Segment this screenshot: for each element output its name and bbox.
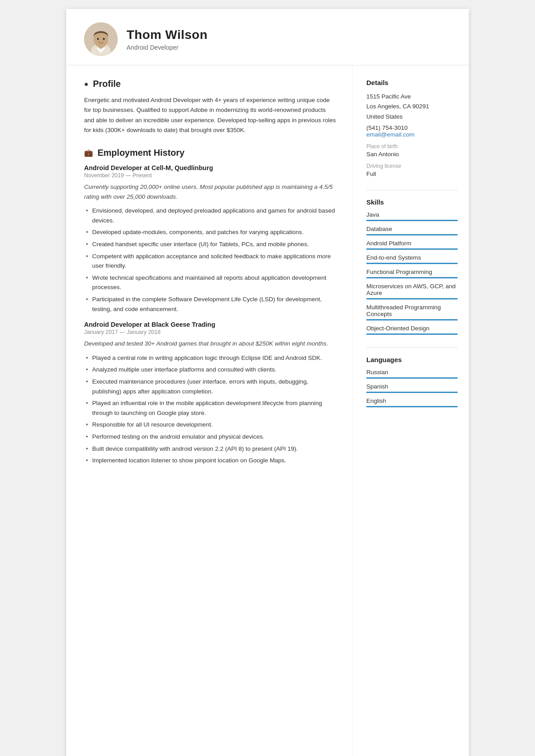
divider-1 — [366, 190, 458, 190]
svg-point-4 — [97, 38, 99, 40]
skill-bar — [366, 220, 458, 221]
skill-name: End-to-end Systems — [366, 254, 458, 261]
language-item: Russian — [366, 369, 458, 379]
skills-list: JavaDatabaseAndroid PlatformEnd-to-end S… — [366, 211, 458, 335]
language-bar — [366, 406, 458, 407]
skill-bar — [366, 234, 458, 235]
skill-name: Database — [366, 226, 458, 232]
languages-section: Languages RussianSpanishEnglish — [366, 356, 458, 407]
language-item: English — [366, 397, 458, 407]
divider-2 — [366, 347, 458, 348]
skill-name: Functional Programming — [366, 269, 458, 275]
skill-name: Multithreaded Programming Concepts — [366, 304, 458, 317]
job-1-bullets: Envisioned, developed, and deployed prel… — [84, 206, 337, 314]
skill-name: Java — [366, 211, 458, 218]
skill-item: Multithreaded Programming Concepts — [366, 304, 458, 320]
language-name: English — [366, 397, 458, 404]
job-1-date: November 2019 — Present — [84, 172, 337, 179]
address: 1515 Pacific Ave Los Angeles, CA 90291 U… — [366, 92, 458, 122]
driving-license: Full — [366, 171, 458, 177]
skill-item: Functional Programming — [366, 269, 458, 278]
employment-icon: 💼 — [84, 149, 93, 157]
profile-text: Energetic and motivated Android Develope… — [84, 95, 337, 135]
skill-item: Java — [366, 211, 458, 221]
place-of-birth-label: Place of birth — [366, 143, 458, 149]
skill-bar — [366, 248, 458, 250]
skill-name: Object-Oriented Design — [366, 325, 458, 332]
candidate-name: Thom Wilson — [127, 28, 208, 42]
skill-item: Android Platform — [366, 240, 458, 250]
header-info: Thom Wilson Android Developer — [127, 28, 208, 51]
bullet-item: Performed testing on the android emulato… — [84, 432, 337, 442]
job-2-date: January 2017 — January 2018 — [84, 329, 337, 335]
bullet-item: Competent with application acceptance an… — [84, 252, 337, 271]
skill-item: End-to-end Systems — [366, 254, 458, 264]
bullet-item: Wrote technical specifications and maint… — [84, 273, 337, 292]
profile-icon: ● — [84, 80, 89, 88]
address-line1: 1515 Pacific Ave — [366, 93, 411, 100]
place-of-birth: San Antonio — [366, 151, 458, 158]
language-name: Spanish — [366, 383, 458, 390]
svg-point-5 — [103, 38, 105, 40]
body: ● Profile Energetic and motivated Androi… — [66, 65, 469, 756]
skill-item: Object-Oriented Design — [366, 325, 458, 335]
phone: (541) 754-3010 — [366, 124, 458, 131]
main-column: ● Profile Energetic and motivated Androi… — [66, 65, 352, 756]
job-2-title: Android Developer at Black Geese Trading — [84, 321, 337, 328]
details-section: Details 1515 Pacific Ave Los Angeles, CA… — [366, 79, 458, 177]
bullet-item: Envisioned, developed, and deployed prel… — [84, 206, 337, 225]
skill-bar — [366, 263, 458, 264]
skill-bar — [366, 277, 458, 278]
profile-section: ● Profile Energetic and motivated Androi… — [84, 79, 337, 135]
languages-title: Languages — [366, 356, 458, 363]
skill-bar — [366, 333, 458, 335]
skill-bar — [366, 298, 458, 299]
employment-title: 💼 Employment History — [84, 148, 337, 158]
skill-item: Database — [366, 226, 458, 235]
bullet-item: Built device compatibility with android … — [84, 444, 337, 454]
driving-license-label: Driving license — [366, 163, 458, 169]
job-1-summary: Currently supporting 20,000+ online user… — [84, 182, 337, 201]
bullet-item: Developed update-modules, components, an… — [84, 227, 337, 237]
address-line3: United States — [366, 113, 403, 120]
skills-title: Skills — [366, 198, 458, 206]
bullet-item: Played a central role in writing applica… — [84, 353, 337, 363]
languages-list: RussianSpanishEnglish — [366, 369, 458, 407]
job-2-summary: Developed and tested 30+ Android games t… — [84, 339, 337, 349]
skills-section: Skills JavaDatabaseAndroid PlatformEnd-t… — [366, 198, 458, 335]
language-bar — [366, 377, 458, 379]
skill-item: Microservices on AWS, GCP, and Azure — [366, 283, 458, 299]
sidebar: Details 1515 Pacific Ave Los Angeles, CA… — [352, 65, 469, 756]
language-item: Spanish — [366, 383, 458, 393]
candidate-subtitle: Android Developer — [127, 44, 208, 51]
email[interactable]: email@email.com — [366, 131, 458, 138]
address-line2: Los Angeles, CA 90291 — [366, 103, 429, 110]
bullet-item: Implemented location listener to show pi… — [84, 456, 337, 466]
employment-section: 💼 Employment History Android Developer a… — [84, 148, 337, 466]
details-title: Details — [366, 79, 458, 86]
language-name: Russian — [366, 369, 458, 376]
bullet-item: Analyzed multiple user interface platfor… — [84, 365, 337, 375]
job-1-title: Android Developer at Cell-M, Quedlinburg — [84, 164, 337, 171]
profile-title: ● Profile — [84, 79, 337, 89]
bullet-item: Responsible for all UI resource developm… — [84, 420, 337, 430]
avatar — [84, 22, 118, 56]
skill-name: Android Platform — [366, 240, 458, 247]
language-bar — [366, 392, 458, 393]
skill-bar — [366, 319, 458, 320]
job-1: Android Developer at Cell-M, Quedlinburg… — [84, 164, 337, 314]
job-2: Android Developer at Black Geese Trading… — [84, 321, 337, 466]
bullet-item: Participated in the complete Software De… — [84, 295, 337, 314]
bullet-item: Executed maintenance procedures (user in… — [84, 377, 337, 396]
skill-name: Microservices on AWS, GCP, and Azure — [366, 283, 458, 296]
bullet-item: Created handset specific user interface … — [84, 239, 337, 249]
bullet-item: Played an influential role in the mobile… — [84, 398, 337, 418]
resume-container: Thom Wilson Android Developer ● Profile … — [66, 9, 469, 756]
header-section: Thom Wilson Android Developer — [66, 9, 469, 65]
job-2-bullets: Played a central role in writing applica… — [84, 353, 337, 466]
